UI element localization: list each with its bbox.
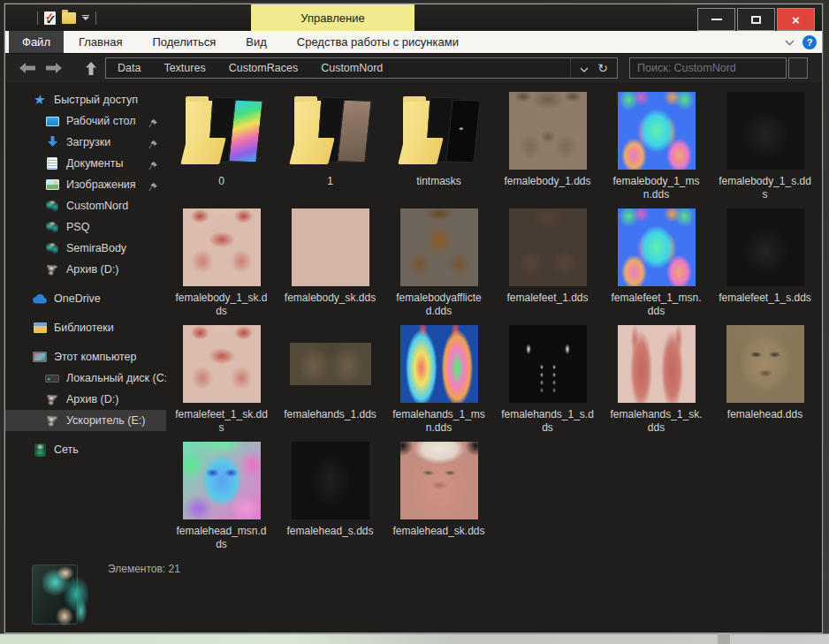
file-item-femalefeet_1_s.dds[interactable]: femalefeet_1_s.dds bbox=[711, 206, 819, 322]
star-icon: ★ bbox=[31, 93, 49, 107]
sidebar-item-customnord[interactable]: CustomNord bbox=[5, 195, 166, 216]
address-bar[interactable]: DataTexturesCustomRacesCustomNord ↻ bbox=[105, 57, 618, 79]
file-item-femalebody_1_msn.dds[interactable]: femalebody_1_msn.dds bbox=[602, 89, 711, 206]
titlebar[interactable]: ✓ Управление × bbox=[5, 4, 822, 31]
breadcrumb-data[interactable]: Data bbox=[106, 58, 152, 78]
document-icon bbox=[44, 156, 60, 170]
cloud-icon bbox=[32, 292, 48, 306]
file-item-femalehead_msn.dds[interactable]: femalehead_msn.dds bbox=[167, 439, 276, 556]
file-item-femalehead.dds[interactable]: femalehead.dds bbox=[711, 322, 819, 439]
search-input[interactable] bbox=[630, 58, 786, 78]
miku-folder-icon bbox=[44, 220, 60, 234]
file-thumbnail bbox=[618, 92, 696, 170]
ribbon-context-tab-manage[interactable]: Управление bbox=[251, 4, 414, 31]
up-button[interactable] bbox=[81, 59, 101, 77]
close-icon: × bbox=[792, 13, 800, 27]
sidebar-item-label: Архив (D:) bbox=[66, 393, 118, 405]
sidebar-item-label: Загрузки bbox=[66, 136, 110, 148]
ribbon-tab-3[interactable]: Вид bbox=[231, 31, 282, 53]
qat-dropdown-icon[interactable] bbox=[82, 15, 89, 20]
file-item-femalehands_1.dds[interactable]: femalehands_1.dds bbox=[276, 322, 384, 439]
folder-item-tintmasks[interactable]: tintmasks bbox=[384, 89, 493, 206]
ribbon-tab-1[interactable]: Главная bbox=[64, 31, 137, 53]
breadcrumb-textures[interactable]: Textures bbox=[152, 58, 217, 78]
sidebar-item-psq[interactable]: PSQ bbox=[5, 216, 166, 238]
new-folder-icon[interactable] bbox=[62, 12, 76, 24]
sidebar-item-local-disk-c[interactable]: Локальный диск (C:) bbox=[5, 367, 166, 389]
navigation-bar: DataTexturesCustomRacesCustomNord ↻ bbox=[5, 54, 822, 82]
sidebar-item-label: SemiraBody bbox=[66, 242, 126, 254]
close-button[interactable]: × bbox=[777, 8, 815, 31]
sidebar-item-documents[interactable]: Документы bbox=[5, 153, 166, 174]
folder-icon bbox=[396, 92, 483, 170]
search-button[interactable] bbox=[788, 57, 808, 79]
file-grid: 0 1 tintmasks femalebody_1.dds femalebod… bbox=[167, 89, 823, 556]
file-thumbnail bbox=[509, 325, 587, 403]
back-button[interactable] bbox=[18, 59, 37, 77]
sidebar-item-desktop[interactable]: Рабочий стол bbox=[5, 110, 166, 132]
file-item-femalebody_sk.dds[interactable]: femalebody_sk.dds bbox=[276, 206, 384, 322]
file-name: femalehands_1_sk.dds bbox=[610, 408, 704, 435]
file-item-femalebodyafflicted.dds[interactable]: femalebodyafflicted.dds bbox=[384, 206, 493, 322]
ribbon-tab-4[interactable]: Средства работы с рисунками bbox=[282, 31, 474, 53]
file-item-femalefeet_1_msn.dds[interactable]: femalefeet_1_msn.dds bbox=[602, 206, 711, 322]
pictures-icon bbox=[44, 178, 60, 192]
sidebar-item-network[interactable]: Сеть bbox=[5, 439, 166, 460]
file-name: femalehead_sk.dds bbox=[392, 525, 486, 538]
sidebar-item-downloads[interactable]: Загрузки bbox=[5, 132, 166, 153]
file-thumbnail bbox=[400, 208, 478, 286]
file-item-femalehead_s.dds[interactable]: femalehead_s.dds bbox=[276, 439, 384, 556]
file-item-femalebody_1.dds[interactable]: femalebody_1.dds bbox=[493, 89, 602, 206]
sidebar-item-semirabody[interactable]: SemiraBody bbox=[5, 238, 166, 259]
breadcrumb-customnord[interactable]: CustomNord bbox=[309, 58, 394, 78]
sidebar-item-this-pc[interactable]: Этот компьютер bbox=[5, 346, 166, 367]
refresh-icon[interactable]: ↻ bbox=[597, 62, 608, 74]
ribbon-tab-2[interactable]: Поделиться bbox=[137, 31, 231, 53]
disk-icon bbox=[44, 371, 60, 385]
breadcrumb-customraces[interactable]: CustomRaces bbox=[217, 58, 310, 78]
file-item-femalebody_1_s.dds[interactable]: femalebody_1_s.dds bbox=[711, 89, 819, 206]
minimize-icon bbox=[711, 19, 722, 20]
sidebar-item-pictures[interactable]: Изображения bbox=[5, 174, 166, 195]
sidebar-item-libraries[interactable]: Библиотеки bbox=[5, 317, 166, 338]
sidebar-item-onedrive[interactable]: OneDrive bbox=[5, 288, 166, 309]
file-name: femalefeet_1_sk.dds bbox=[175, 408, 269, 435]
sidebar-item-accelerator-e[interactable]: Ускоритель (E:) bbox=[5, 410, 166, 431]
file-name: femalehead_s.dds bbox=[284, 525, 377, 538]
file-name: femalehead_msn.dds bbox=[175, 525, 269, 551]
sidebar-item-quick-access[interactable]: ★ Быстрый доступ bbox=[5, 89, 166, 110]
sidebar-item-label: Быстрый доступ bbox=[54, 94, 138, 106]
ribbon-tab-file[interactable]: Файл bbox=[9, 31, 64, 53]
folder-name: 1 bbox=[284, 175, 377, 188]
sidebar-item-label: CustomNord bbox=[66, 200, 128, 212]
sidebar-item-archive-d[interactable]: Архив (D:) bbox=[5, 389, 166, 410]
file-item-femalehead_sk.dds[interactable]: femalehead_sk.dds bbox=[384, 439, 493, 556]
file-item-femalefeet_1.dds[interactable]: femalefeet_1.dds bbox=[493, 206, 602, 322]
address-dropdown-chevron-icon[interactable] bbox=[580, 60, 589, 76]
file-item-femalehands_1_msn.dds[interactable]: femalehands_1_msn.dds bbox=[384, 322, 493, 439]
help-icon[interactable]: ? bbox=[802, 35, 817, 49]
minimize-button[interactable] bbox=[697, 8, 735, 31]
file-thumbnail bbox=[292, 442, 369, 519]
search-box[interactable] bbox=[629, 57, 787, 79]
file-item-femalehands_1_sk.dds[interactable]: femalehands_1_sk.dds bbox=[602, 322, 711, 439]
file-thumbnail bbox=[618, 208, 696, 286]
file-item-femalefeet_1_sk.dds[interactable]: femalefeet_1_sk.dds bbox=[167, 322, 276, 439]
file-thumbnail bbox=[400, 442, 478, 519]
folder-item-1[interactable]: 1 bbox=[276, 89, 384, 206]
file-thumbnail bbox=[290, 343, 371, 385]
miku-folder-icon bbox=[44, 241, 60, 255]
file-name: femalehands_1_s.dds bbox=[501, 408, 595, 435]
forward-button[interactable] bbox=[44, 59, 64, 77]
ribbon-collapse-chevron-icon[interactable] bbox=[785, 40, 795, 46]
pin-icon bbox=[148, 116, 157, 132]
file-item-femalehands_1_s.dds[interactable]: femalehands_1_s.dds bbox=[493, 322, 602, 439]
file-item-femalebody_1_sk.dds[interactable]: femalebody_1_sk.dds bbox=[167, 206, 276, 322]
folder-item-0[interactable]: 0 bbox=[167, 89, 276, 206]
sidebar-item-archive-d-quick[interactable]: Архив (D:) bbox=[5, 259, 166, 280]
network-icon bbox=[32, 443, 48, 457]
file-thumbnail bbox=[400, 325, 478, 403]
drive-custom-icon bbox=[44, 413, 60, 428]
maximize-button[interactable] bbox=[737, 8, 775, 31]
properties-check-icon[interactable]: ✓ bbox=[44, 11, 56, 25]
